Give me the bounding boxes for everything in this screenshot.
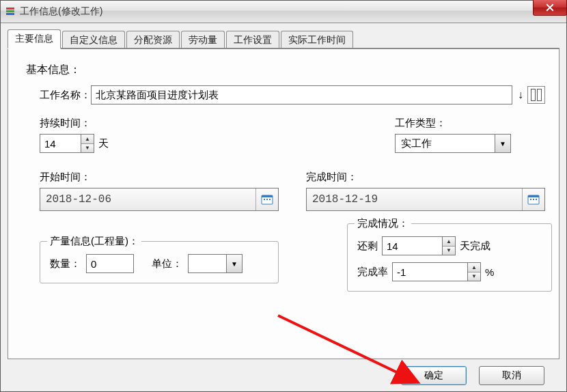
client-area: 主要信息 自定义信息 分配资源 劳动量 工作设置 实际工作时间 基本信息： 工作… bbox=[1, 23, 566, 392]
remaining-input[interactable] bbox=[382, 236, 442, 255]
duration-label: 持续时间： bbox=[40, 117, 109, 130]
dialog-window: 工作信息(修改工作) 主要信息 自定义信息 分配资源 劳动量 工作设置 实际工作… bbox=[0, 0, 567, 392]
work-name-input[interactable] bbox=[91, 85, 512, 104]
work-type-combo[interactable]: 实工作 ▼ bbox=[395, 134, 511, 153]
finish-date-input[interactable] bbox=[307, 188, 522, 210]
svg-rect-9 bbox=[528, 195, 539, 197]
svg-rect-0 bbox=[6, 8, 14, 10]
svg-rect-1 bbox=[6, 10, 14, 12]
duration-spin-buttons[interactable]: ▲▼ bbox=[81, 134, 94, 153]
completion-rate-unit: % bbox=[485, 266, 494, 278]
name-browse-button[interactable] bbox=[527, 86, 545, 104]
tab-labor[interactable]: 劳动量 bbox=[181, 31, 225, 48]
unit-combo[interactable]: ▼ bbox=[188, 254, 243, 273]
completion-rate-label: 完成率 bbox=[357, 266, 388, 279]
tab-actual-time[interactable]: 实际工作时间 bbox=[281, 31, 353, 48]
window-title: 工作信息(修改工作) bbox=[20, 5, 102, 18]
svg-rect-11 bbox=[533, 199, 534, 200]
duration-spinner[interactable]: ▲▼ bbox=[40, 134, 94, 153]
work-name-label: 工作名称： bbox=[40, 89, 91, 102]
output-group: 产量信息(工程量)： 数量： 单位： ▼ bbox=[40, 241, 279, 283]
completion-rate-spin-buttons[interactable]: ▲▼ bbox=[467, 262, 481, 281]
duration-input[interactable] bbox=[40, 134, 81, 153]
unit-value bbox=[188, 254, 226, 273]
work-type-label: 工作类型： bbox=[395, 117, 545, 130]
svg-rect-10 bbox=[530, 199, 531, 200]
unit-label: 单位： bbox=[152, 257, 182, 270]
tab-custom-info[interactable]: 自定义信息 bbox=[62, 31, 125, 48]
start-date-picker[interactable] bbox=[40, 188, 279, 211]
completion-group-legend: 完成情况： bbox=[355, 217, 411, 230]
close-button[interactable] bbox=[533, 0, 567, 16]
remaining-label: 还剩 bbox=[357, 240, 378, 253]
completion-rate-spinner[interactable]: ▲▼ bbox=[392, 262, 481, 281]
titlebar: 工作信息(修改工作) bbox=[1, 1, 566, 23]
tab-work-settings[interactable]: 工作设置 bbox=[226, 31, 279, 48]
svg-rect-7 bbox=[269, 199, 271, 200]
duration-unit: 天 bbox=[98, 137, 109, 150]
quantity-label: 数量： bbox=[50, 257, 81, 270]
unit-dropdown-icon[interactable]: ▼ bbox=[226, 254, 243, 273]
tab-main-info[interactable]: 主要信息 bbox=[8, 29, 61, 49]
svg-rect-12 bbox=[536, 199, 537, 200]
quantity-input[interactable] bbox=[86, 254, 134, 273]
finish-date-picker[interactable] bbox=[306, 188, 545, 211]
output-group-legend: 产量信息(工程量)： bbox=[47, 235, 141, 248]
remaining-spin-buttons[interactable]: ▲▼ bbox=[442, 236, 456, 255]
remaining-spinner[interactable]: ▲▼ bbox=[382, 236, 456, 255]
completion-rate-input[interactable] bbox=[392, 262, 467, 281]
svg-rect-4 bbox=[262, 195, 273, 197]
work-type-value: 实工作 bbox=[395, 134, 495, 153]
svg-rect-2 bbox=[6, 13, 14, 15]
tab-page-main: 基本信息： 工作名称： ↓ 持续时间： ▲▼ bbox=[8, 49, 559, 359]
completion-group: 完成情况： 还剩 ▲▼ 天完成 完成率 ▲▼ bbox=[347, 223, 552, 292]
basic-info-heading: 基本信息： bbox=[26, 63, 545, 77]
tab-strip: 主要信息 自定义信息 分配资源 劳动量 工作设置 实际工作时间 bbox=[8, 30, 559, 49]
start-calendar-icon[interactable] bbox=[255, 188, 278, 210]
svg-rect-5 bbox=[264, 199, 265, 200]
remaining-unit: 天完成 bbox=[460, 240, 490, 253]
dialog-footer: 确定 取消 bbox=[8, 359, 559, 392]
finish-calendar-icon[interactable] bbox=[522, 188, 544, 210]
finish-time-label: 完成时间： bbox=[306, 171, 545, 184]
tab-assign-resource[interactable]: 分配资源 bbox=[126, 31, 180, 48]
work-type-dropdown-icon[interactable]: ▼ bbox=[495, 134, 511, 153]
ok-button[interactable]: 确定 bbox=[401, 366, 467, 385]
name-dropdown-icon[interactable]: ↓ bbox=[516, 89, 525, 100]
app-icon bbox=[5, 6, 16, 17]
start-time-label: 开始时间： bbox=[40, 171, 279, 184]
start-date-input[interactable] bbox=[40, 188, 255, 210]
cancel-button[interactable]: 取消 bbox=[479, 366, 544, 385]
svg-rect-6 bbox=[266, 199, 268, 200]
